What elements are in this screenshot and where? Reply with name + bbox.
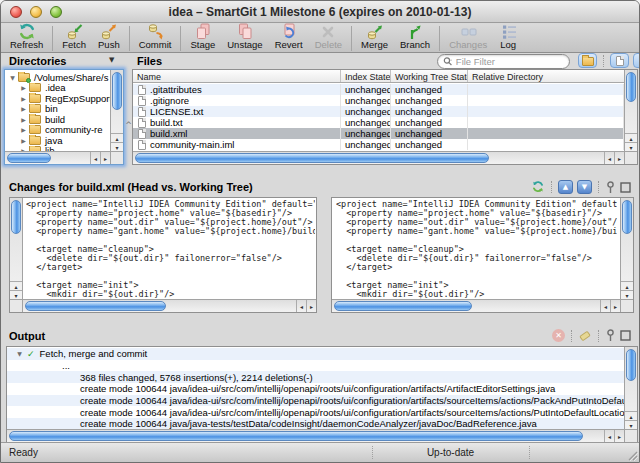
scrollbar-thumb[interactable] bbox=[334, 301, 472, 311]
scroll-down-arrow[interactable] bbox=[621, 290, 633, 299]
tree-row[interactable]: RegExpSupport bbox=[6, 93, 110, 104]
diff-left-horizontal-scrollbar[interactable] bbox=[23, 299, 316, 312]
table-row[interactable]: build.txt unchanged unchanged bbox=[133, 117, 624, 128]
log-button[interactable]: Log bbox=[493, 22, 523, 52]
scroll-up-arrow[interactable] bbox=[621, 281, 633, 290]
revert-button[interactable]: Revert bbox=[269, 22, 309, 52]
scrollbar-thumb[interactable] bbox=[622, 200, 632, 234]
scrollbar-thumb[interactable] bbox=[626, 72, 636, 102]
merge-button[interactable]: Merge bbox=[355, 22, 394, 52]
output-horizontal-scrollbar[interactable] bbox=[7, 429, 624, 442]
scrollbar-thumb[interactable] bbox=[9, 431, 583, 441]
fetch-button[interactable]: Fetch bbox=[56, 22, 92, 52]
expand-triangle-icon[interactable] bbox=[19, 105, 28, 112]
directories-vertical-scrollbar[interactable] bbox=[110, 70, 123, 151]
scroll-right-arrow[interactable] bbox=[100, 152, 110, 164]
scroll-down-arrow[interactable] bbox=[625, 142, 637, 151]
table-row[interactable]: .gitignore unchanged unchanged bbox=[133, 95, 624, 106]
scroll-right-arrow[interactable] bbox=[610, 300, 620, 312]
scroll-down-arrow[interactable] bbox=[625, 420, 637, 429]
output-row[interactable]: create mode 100644 java/idea-ui/src/com/… bbox=[7, 383, 624, 395]
tree-row[interactable]: bin bbox=[6, 104, 110, 115]
scroll-left-arrow[interactable] bbox=[604, 430, 614, 442]
scrollbar-thumb[interactable] bbox=[112, 72, 122, 110]
output-row[interactable]: 368 files changed, 5768 insertions(+), 2… bbox=[7, 371, 624, 383]
scroll-left-arrow[interactable] bbox=[604, 152, 614, 164]
output-group-row[interactable]: Fetch, merge and commit bbox=[7, 348, 624, 360]
scroll-left-arrow[interactable] bbox=[90, 152, 100, 164]
resize-grip[interactable] bbox=[626, 449, 638, 461]
files-vertical-scrollbar[interactable] bbox=[624, 70, 637, 151]
directory-tree[interactable]: /Volumes/Share/s .idea RegExpSupport bin… bbox=[6, 72, 110, 151]
diff-right-horizontal-scrollbar[interactable] bbox=[332, 299, 620, 312]
expand-triangle-icon[interactable] bbox=[19, 95, 28, 102]
collapse-triangle-icon[interactable] bbox=[8, 74, 17, 81]
maximize-panel-button[interactable] bbox=[620, 182, 631, 193]
expand-triangle-icon[interactable] bbox=[19, 137, 28, 144]
code-view[interactable]: <project name="IntelliJ IDEA Community E… bbox=[336, 200, 617, 299]
tree-row[interactable]: community-re bbox=[6, 125, 110, 136]
scroll-up-arrow[interactable] bbox=[625, 133, 637, 142]
expand-triangle-icon[interactable] bbox=[19, 126, 28, 133]
tree-row-root[interactable]: /Volumes/Share/s bbox=[6, 72, 110, 83]
scrollbar-thumb[interactable] bbox=[25, 301, 166, 311]
tree-row[interactable]: java bbox=[6, 135, 110, 146]
scroll-right-arrow[interactable] bbox=[614, 152, 624, 164]
maximize-panel-button[interactable] bbox=[620, 330, 631, 341]
refresh-button[interactable]: Refresh bbox=[4, 22, 49, 52]
column-header-name[interactable]: Name bbox=[133, 70, 341, 82]
scroll-up-arrow[interactable] bbox=[10, 281, 22, 290]
expand-triangle-icon[interactable] bbox=[19, 84, 28, 91]
scroll-right-arrow[interactable] bbox=[306, 300, 316, 312]
file-filter-input[interactable] bbox=[456, 56, 564, 67]
scroll-right-arrow[interactable] bbox=[614, 430, 624, 442]
scroll-down-arrow[interactable] bbox=[10, 290, 22, 299]
pin-panel-button[interactable] bbox=[605, 329, 616, 342]
output-vertical-scrollbar[interactable] bbox=[624, 347, 637, 429]
directories-horizontal-scrollbar[interactable] bbox=[5, 151, 110, 164]
close-window-button[interactable] bbox=[10, 6, 22, 18]
show-unchanged-files-toggle[interactable] bbox=[610, 53, 629, 68]
files-horizontal-scrollbar[interactable] bbox=[133, 151, 624, 164]
tree-row[interactable]: .idea bbox=[6, 83, 110, 94]
table-row-selected[interactable]: build.xml unchanged unchanged bbox=[133, 128, 624, 139]
scrollbar-thumb[interactable] bbox=[11, 200, 21, 234]
scroll-down-arrow[interactable] bbox=[111, 142, 123, 151]
search-icon[interactable] bbox=[443, 56, 453, 67]
scroll-up-arrow[interactable] bbox=[625, 411, 637, 420]
show-ignored-files-toggle[interactable] bbox=[633, 53, 640, 68]
column-header-relative-directory[interactable]: Relative Directory bbox=[468, 70, 624, 82]
table-row[interactable]: LICENSE.txt unchanged unchanged bbox=[133, 106, 624, 117]
table-row[interactable]: .gitattributes unchanged unchanged bbox=[133, 84, 624, 95]
diff-left-vertical-scrollbar[interactable] bbox=[10, 198, 23, 299]
scroll-left-arrow[interactable] bbox=[600, 300, 610, 312]
expand-triangle-icon[interactable] bbox=[19, 116, 28, 123]
code-view[interactable]: <project name="IntelliJ IDEA Community E… bbox=[26, 200, 315, 299]
push-button[interactable]: Push bbox=[92, 22, 126, 52]
panel-splitter-handle[interactable] bbox=[125, 121, 132, 130]
refresh-changes-button[interactable] bbox=[531, 180, 545, 194]
output-row[interactable]: ... bbox=[7, 360, 624, 372]
stage-button[interactable]: Stage bbox=[184, 22, 221, 52]
previous-change-button[interactable] bbox=[558, 180, 573, 194]
file-filter-field[interactable] bbox=[437, 54, 570, 69]
scroll-up-arrow[interactable] bbox=[111, 133, 123, 142]
output-row[interactable]: create mode 100644 java/idea-ui/src/com/… bbox=[7, 406, 624, 418]
minimize-window-button[interactable] bbox=[30, 6, 42, 18]
tree-row[interactable]: build bbox=[6, 114, 110, 125]
column-header-index-state[interactable]: Index State bbox=[341, 70, 391, 82]
table-row[interactable]: community-main.iml unchanged unchanged bbox=[133, 139, 624, 150]
zoom-window-button[interactable] bbox=[50, 6, 62, 18]
open-directory-button[interactable] bbox=[578, 53, 597, 68]
directories-menu-button[interactable] bbox=[109, 56, 114, 64]
diff-right-vertical-scrollbar[interactable] bbox=[620, 198, 633, 299]
scrollbar-thumb[interactable] bbox=[7, 153, 51, 163]
unstage-button[interactable]: Unstage bbox=[221, 22, 268, 52]
scroll-left-arrow[interactable] bbox=[296, 300, 306, 312]
output-row[interactable]: create mode 100644 java/java-tests/testD… bbox=[7, 418, 624, 429]
collapse-triangle-icon[interactable] bbox=[15, 350, 24, 357]
next-change-button[interactable] bbox=[577, 180, 592, 194]
commit-button[interactable]: Commit bbox=[133, 22, 178, 52]
scrollbar-thumb[interactable] bbox=[135, 153, 489, 163]
scrollbar-thumb[interactable] bbox=[626, 349, 636, 381]
